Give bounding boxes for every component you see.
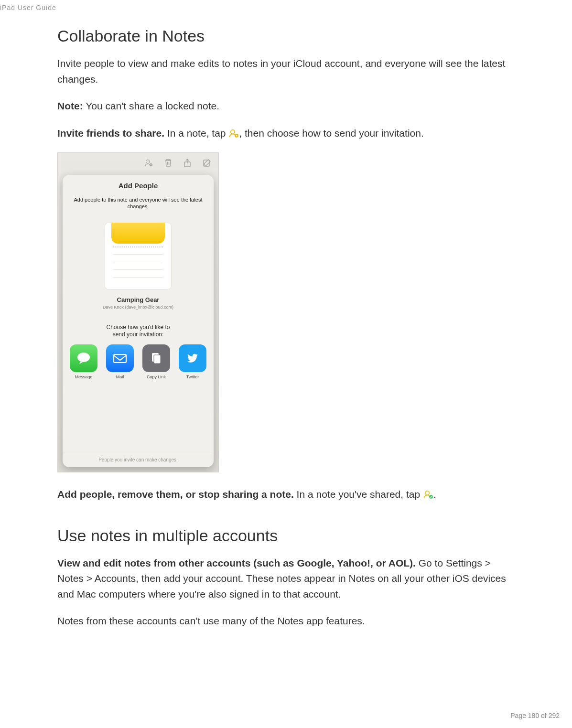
manage-paragraph: Add people, remove them, or stop sharing… [57, 487, 507, 503]
view-label: View and edit notes from other accounts … [57, 557, 416, 568]
note-text: You can't share a locked note. [83, 100, 219, 111]
section-multiple-accounts: Use notes in multiple accounts View and … [57, 526, 507, 629]
share-icon [183, 158, 192, 170]
svg-point-2 [146, 160, 150, 163]
share-mail[interactable]: Mail [105, 344, 135, 379]
invite-pre-text: In a note, tap [164, 128, 228, 139]
limit-paragraph: Notes from these accounts can't use many… [57, 613, 507, 629]
manage-post-text: . [433, 489, 436, 500]
manage-pre-text: In a note you've shared, tap [294, 489, 423, 500]
shared-note-owner: Dave Knox (dave_knox@icloud.com) [103, 305, 173, 310]
trash-icon [164, 158, 173, 170]
share-twitter[interactable]: Twitter [178, 344, 207, 379]
copy-link-icon [142, 344, 170, 372]
share-copy-label: Copy Link [147, 375, 166, 379]
choose-line2: send your invitation: [113, 331, 164, 338]
twitter-icon [179, 344, 206, 372]
note-label: Note: [57, 100, 83, 111]
popover-subtitle: Add people to this note and everyone wil… [63, 196, 214, 210]
popover-footer: People you invite can make changes. [63, 452, 214, 467]
mail-icon [106, 344, 134, 372]
manage-people-icon [423, 488, 433, 498]
add-person-toolbar-icon [144, 158, 153, 170]
svg-point-0 [231, 129, 235, 133]
share-mail-label: Mail [116, 375, 124, 379]
share-twitter-label: Twitter [186, 375, 199, 379]
page-number: Page 180 of 292 [510, 712, 560, 719]
share-apps-row: Message Mail Copy Link Twitter [62, 344, 214, 379]
add-people-popover: Add People Add people to this note and e… [63, 175, 214, 467]
section-heading-collaborate: Collaborate in Notes [57, 27, 507, 45]
svg-rect-9 [154, 355, 161, 364]
page-content: Collaborate in Notes Invite people to vi… [57, 27, 507, 629]
svg-point-10 [425, 491, 429, 495]
add-people-icon [228, 127, 239, 137]
invite-label: Invite friends to share. [57, 128, 164, 139]
share-message-label: Message [75, 375, 93, 379]
note-paragraph: Note: You can't share a locked note. [57, 98, 507, 114]
invite-post-text: , then choose how to send your invitatio… [239, 128, 423, 139]
svg-rect-7 [114, 354, 126, 363]
view-paragraph: View and edit notes from other accounts … [57, 556, 507, 602]
messages-icon [70, 344, 97, 372]
choose-line1: Choose how you'd like to [106, 324, 170, 331]
svg-point-6 [77, 353, 90, 362]
popover-title: Add People [119, 182, 158, 190]
manage-label: Add people, remove them, or stop sharing… [57, 489, 294, 500]
shared-note-title: Camping Gear [117, 296, 160, 303]
add-people-screenshot: Add People Add people to this note and e… [57, 152, 219, 472]
share-message[interactable]: Message [69, 344, 98, 379]
share-copy-link[interactable]: Copy Link [141, 344, 171, 379]
intro-paragraph: Invite people to view and make edits to … [57, 56, 507, 87]
doc-header: iPad User Guide [0, 4, 56, 11]
note-thumbnail [105, 223, 172, 289]
section-heading-accounts: Use notes in multiple accounts [57, 526, 507, 545]
compose-icon [202, 158, 212, 170]
invite-paragraph: Invite friends to share. In a note, tap … [57, 126, 507, 141]
choose-text: Choose how you'd like to send your invit… [106, 324, 170, 339]
notes-toolbar [58, 153, 218, 174]
